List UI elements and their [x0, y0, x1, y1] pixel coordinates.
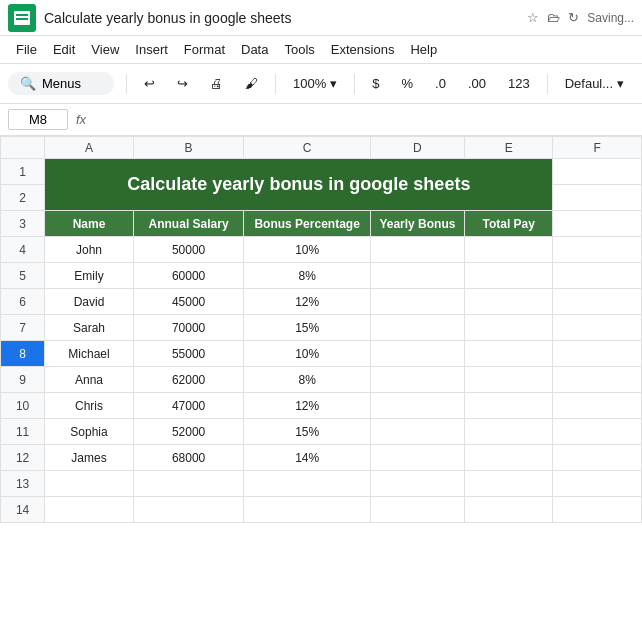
cell-yearly-1[interactable]	[370, 263, 464, 289]
cell-bonus-5[interactable]: 8%	[244, 367, 371, 393]
menu-edit[interactable]: Edit	[45, 40, 83, 59]
cell-empty-13-6[interactable]	[553, 471, 642, 497]
cell-yearly-3[interactable]	[370, 315, 464, 341]
cell-f-6[interactable]	[553, 393, 642, 419]
cell-salary-1[interactable]: 60000	[133, 263, 244, 289]
sheet-title-cell[interactable]: Calculate yearly bonus in google sheets	[45, 159, 553, 211]
cell-yearly-0[interactable]	[370, 237, 464, 263]
cell-empty-14-3[interactable]	[244, 497, 371, 523]
cell-bonus-2[interactable]: 12%	[244, 289, 371, 315]
cell-empty-14-2[interactable]	[133, 497, 244, 523]
cell-name-2[interactable]: David	[45, 289, 134, 315]
menu-view[interactable]: View	[83, 40, 127, 59]
cell-reference-input[interactable]	[8, 109, 68, 130]
cell-f-3[interactable]	[553, 315, 642, 341]
undo-button[interactable]: ↩	[135, 71, 164, 96]
col-header-c[interactable]: C	[244, 137, 371, 159]
cell-bonus-7[interactable]: 15%	[244, 419, 371, 445]
print-button[interactable]: 🖨	[201, 71, 232, 96]
menu-extensions[interactable]: Extensions	[323, 40, 403, 59]
cell-f-4[interactable]	[553, 341, 642, 367]
cell-empty-14-1[interactable]	[45, 497, 134, 523]
cell-bonus-4[interactable]: 10%	[244, 341, 371, 367]
cell-total-3[interactable]	[464, 315, 553, 341]
cell-empty-14-5[interactable]	[464, 497, 553, 523]
cell-empty-13-2[interactable]	[133, 471, 244, 497]
cell-name-5[interactable]: Anna	[45, 367, 134, 393]
cell-name-1[interactable]: Emily	[45, 263, 134, 289]
search-input[interactable]	[42, 76, 102, 91]
sync-icon[interactable]: ↻	[568, 10, 579, 25]
menu-insert[interactable]: Insert	[127, 40, 176, 59]
format-num-button[interactable]: 123	[499, 71, 539, 96]
paint-format-button[interactable]: 🖌	[236, 71, 267, 96]
cell-name-3[interactable]: Sarah	[45, 315, 134, 341]
menu-tools[interactable]: Tools	[276, 40, 322, 59]
cell-total-2[interactable]	[464, 289, 553, 315]
cell-total-1[interactable]	[464, 263, 553, 289]
col-header-f[interactable]: F	[553, 137, 642, 159]
cell-total-5[interactable]	[464, 367, 553, 393]
percent-button[interactable]: %	[392, 71, 422, 96]
cell-yearly-8[interactable]	[370, 445, 464, 471]
cell-salary-0[interactable]: 50000	[133, 237, 244, 263]
decimal-left-button[interactable]: .0	[426, 71, 455, 96]
cell-salary-2[interactable]: 45000	[133, 289, 244, 315]
folder-icon[interactable]: 🗁	[547, 10, 560, 25]
cell-salary-6[interactable]: 47000	[133, 393, 244, 419]
cell-salary-4[interactable]: 55000	[133, 341, 244, 367]
cell-f-7[interactable]	[553, 419, 642, 445]
cell-bonus-6[interactable]: 12%	[244, 393, 371, 419]
col-header-d[interactable]: D	[370, 137, 464, 159]
col-header-b[interactable]: B	[133, 137, 244, 159]
cell-salary-7[interactable]: 52000	[133, 419, 244, 445]
cell-empty-13-5[interactable]	[464, 471, 553, 497]
cell-name-8[interactable]: James	[45, 445, 134, 471]
cell-empty-13-1[interactable]	[45, 471, 134, 497]
cell-f1[interactable]	[553, 159, 642, 185]
cell-salary-8[interactable]: 68000	[133, 445, 244, 471]
col-header-e[interactable]: E	[464, 137, 553, 159]
zoom-dropdown[interactable]: 100% ▾	[284, 71, 346, 96]
cell-total-8[interactable]	[464, 445, 553, 471]
cell-yearly-7[interactable]	[370, 419, 464, 445]
cell-salary-3[interactable]: 70000	[133, 315, 244, 341]
cell-yearly-6[interactable]	[370, 393, 464, 419]
redo-button[interactable]: ↪	[168, 71, 197, 96]
font-dropdown[interactable]: Defaul... ▾	[556, 71, 633, 96]
cell-salary-5[interactable]: 62000	[133, 367, 244, 393]
cell-bonus-8[interactable]: 14%	[244, 445, 371, 471]
cell-total-7[interactable]	[464, 419, 553, 445]
cell-total-4[interactable]	[464, 341, 553, 367]
cell-empty-14-6[interactable]	[553, 497, 642, 523]
cell-f-5[interactable]	[553, 367, 642, 393]
cell-bonus-3[interactable]: 15%	[244, 315, 371, 341]
cell-bonus-0[interactable]: 10%	[244, 237, 371, 263]
decimal-right-button[interactable]: .00	[459, 71, 495, 96]
menu-help[interactable]: Help	[402, 40, 445, 59]
currency-button[interactable]: $	[363, 71, 388, 96]
cell-empty-13-3[interactable]	[244, 471, 371, 497]
cell-bonus-1[interactable]: 8%	[244, 263, 371, 289]
cell-f3[interactable]	[553, 211, 642, 237]
cell-f-1[interactable]	[553, 263, 642, 289]
cell-f-8[interactable]	[553, 445, 642, 471]
cell-name-7[interactable]: Sophia	[45, 419, 134, 445]
cell-f2[interactable]	[553, 185, 642, 211]
col-header-a[interactable]: A	[45, 137, 134, 159]
cell-total-0[interactable]	[464, 237, 553, 263]
cell-yearly-2[interactable]	[370, 289, 464, 315]
cell-yearly-4[interactable]	[370, 341, 464, 367]
menu-format[interactable]: Format	[176, 40, 233, 59]
cell-empty-14-4[interactable]	[370, 497, 464, 523]
cell-empty-13-4[interactable]	[370, 471, 464, 497]
cell-f-0[interactable]	[553, 237, 642, 263]
cell-name-4[interactable]: Michael	[45, 341, 134, 367]
menu-data[interactable]: Data	[233, 40, 276, 59]
cell-name-0[interactable]: John	[45, 237, 134, 263]
star-icon[interactable]: ☆	[527, 10, 539, 25]
search-bar[interactable]: 🔍	[8, 72, 114, 95]
cell-name-6[interactable]: Chris	[45, 393, 134, 419]
cell-total-6[interactable]	[464, 393, 553, 419]
cell-yearly-5[interactable]	[370, 367, 464, 393]
